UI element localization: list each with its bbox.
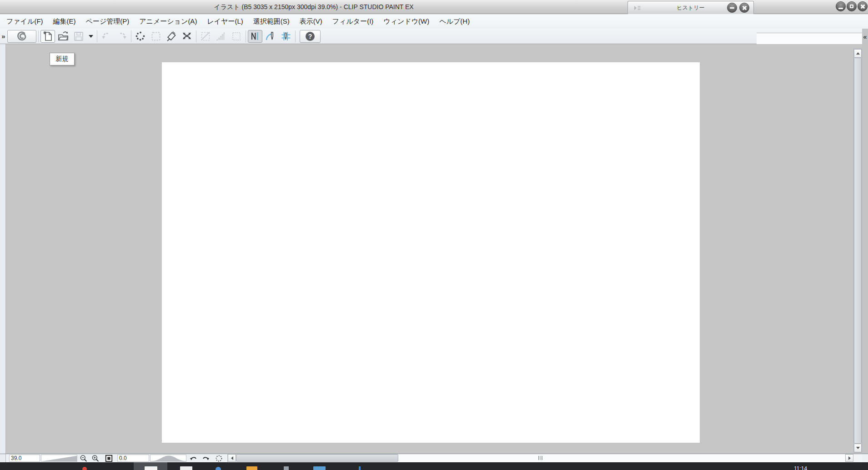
rotate-right-icon xyxy=(201,454,210,463)
zoom-slider-wedge xyxy=(41,455,77,461)
save-dropdown-icon[interactable] xyxy=(89,35,93,38)
taskbar-icon-orange[interactable] xyxy=(246,466,257,470)
menu-animation[interactable]: アニメーション(A) xyxy=(134,14,202,29)
toolbar-separator xyxy=(131,30,131,42)
windows-taskbar: 11:14 xyxy=(0,462,868,470)
snap-to-special-ruler-icon xyxy=(265,30,276,42)
dotted-square-icon xyxy=(231,30,242,42)
taskbar-clock[interactable]: 11:14 xyxy=(794,465,807,470)
invert-selection-icon xyxy=(181,30,193,42)
document-canvas[interactable] xyxy=(162,62,700,443)
snap-to-grid-icon xyxy=(280,30,292,42)
toolbar-separator xyxy=(97,30,97,42)
down-arrow-icon xyxy=(856,447,860,449)
menu-file[interactable]: ファイル(F) xyxy=(1,14,48,29)
select-area-button[interactable] xyxy=(149,30,163,43)
vertical-scrollbar-thumb[interactable] xyxy=(854,58,862,444)
scroll-left-button[interactable] xyxy=(228,454,236,462)
up-arrow-icon xyxy=(856,52,860,55)
history-panel-close-button[interactable] xyxy=(739,3,749,13)
window-minimize-button[interactable] xyxy=(836,1,846,11)
scroll-up-button[interactable] xyxy=(854,49,862,58)
taskbar-icon-gray[interactable] xyxy=(284,466,289,470)
help-icon: ? xyxy=(304,30,316,42)
zoom-slider[interactable] xyxy=(41,455,77,462)
menu-filter[interactable]: フィルター(I) xyxy=(327,14,379,29)
fit-to-screen-button[interactable] xyxy=(104,454,114,462)
save-file-button[interactable] xyxy=(71,30,86,43)
command-bar: » xyxy=(0,29,868,44)
menu-view[interactable]: 表示(V) xyxy=(295,14,327,29)
horizontal-scrollbar-thumb[interactable] xyxy=(236,454,398,462)
taskbar-icon-window[interactable] xyxy=(180,466,192,470)
vertical-scrollbar[interactable] xyxy=(853,49,862,453)
zoom-value-field[interactable]: 39.0 xyxy=(9,455,40,462)
scrollbar-grip-icon[interactable] xyxy=(538,456,542,460)
undo-icon xyxy=(100,30,112,42)
toolbar-overflow-left-icon[interactable]: » xyxy=(0,32,7,40)
left-palette-dock xyxy=(0,44,6,454)
clip-studio-button[interactable] xyxy=(7,30,36,43)
reset-rotation-button[interactable] xyxy=(214,454,224,462)
selection-from-layer-button[interactable] xyxy=(214,30,228,43)
help-button[interactable]: ? xyxy=(300,30,321,43)
toolbar-separator xyxy=(246,30,246,42)
triangle-slash-icon xyxy=(215,30,227,42)
menu-bar: ファイル(F) 編集(E) ページ管理(P) アニメーション(A) レイヤー(L… xyxy=(0,14,868,29)
menu-layer[interactable]: レイヤー(L) xyxy=(202,14,248,29)
left-arrow-icon xyxy=(231,456,233,460)
window-close-button[interactable] xyxy=(858,1,868,11)
redo-button[interactable] xyxy=(115,30,129,43)
snap-to-grid-button[interactable] xyxy=(279,30,293,43)
open-file-button[interactable] xyxy=(56,30,70,43)
taskbar-icon-blue-rect[interactable] xyxy=(313,466,326,470)
window-maximize-button[interactable] xyxy=(847,1,857,11)
menu-window[interactable]: ウィンドウ(W) xyxy=(378,14,434,29)
zoom-in-button[interactable] xyxy=(90,454,100,462)
horizontal-scrollbar[interactable] xyxy=(227,454,862,462)
toolbar-overflow-right[interactable]: « xyxy=(862,29,868,44)
history-panel-titlebar[interactable]: ヒストリー xyxy=(627,1,754,14)
zoom-out-button[interactable] xyxy=(78,454,89,462)
snap-to-special-ruler-button[interactable] xyxy=(263,30,278,43)
taskbar-icon-active-window[interactable] xyxy=(145,466,157,470)
undo-button[interactable] xyxy=(99,30,114,43)
invert-selection-button[interactable] xyxy=(180,30,194,43)
deselect-button[interactable] xyxy=(164,30,179,43)
save-file-icon xyxy=(73,30,85,42)
rotate-right-button[interactable] xyxy=(201,454,211,462)
rotate-left-button[interactable] xyxy=(188,454,199,462)
scroll-down-button[interactable] xyxy=(854,444,862,452)
canvas-viewport xyxy=(0,44,868,454)
history-panel-minimize-button[interactable] xyxy=(727,3,737,13)
snap-to-ruler-button[interactable] xyxy=(248,30,262,43)
zoom-out-icon xyxy=(79,454,88,463)
zoom-in-icon xyxy=(91,454,100,463)
selection-launcher-button[interactable] xyxy=(229,30,244,43)
svg-text:?: ? xyxy=(308,33,312,40)
menu-help[interactable]: ヘルプ(H) xyxy=(434,14,475,29)
window-title: イラスト (B5 3035 x 2150px 300dpi 39.0%) - C… xyxy=(0,3,627,11)
scrollbar-corner xyxy=(853,454,862,462)
rotation-value-field[interactable]: 0.0 xyxy=(117,455,149,462)
status-bar: 39.0 xyxy=(0,454,868,462)
menu-page-manage[interactable]: ページ管理(P) xyxy=(81,14,135,29)
scroll-right-button[interactable] xyxy=(845,454,853,462)
convert-lines-to-selection-button[interactable] xyxy=(198,30,213,43)
dashed-slash-icon xyxy=(200,30,211,42)
new-document-button[interactable] xyxy=(40,30,55,43)
reset-rotation-icon xyxy=(215,454,223,463)
menu-selection[interactable]: 選択範囲(S) xyxy=(248,14,295,29)
rotation-slider-hill xyxy=(151,455,186,462)
taskbar-icon-blue-circle[interactable] xyxy=(215,466,221,470)
redo-icon xyxy=(116,30,128,42)
open-file-icon xyxy=(57,30,69,42)
tooltip-new: 新規 xyxy=(50,53,75,65)
taskbar-icon-red[interactable] xyxy=(82,466,87,470)
reselect-button[interactable] xyxy=(133,30,148,43)
taskbar-icon-blue-small[interactable] xyxy=(357,466,362,470)
menu-edit[interactable]: 編集(E) xyxy=(48,14,81,29)
rotate-left-icon xyxy=(189,454,198,463)
toolbar-overflow-right-icon: « xyxy=(862,33,868,40)
rotation-slider[interactable] xyxy=(150,455,186,462)
